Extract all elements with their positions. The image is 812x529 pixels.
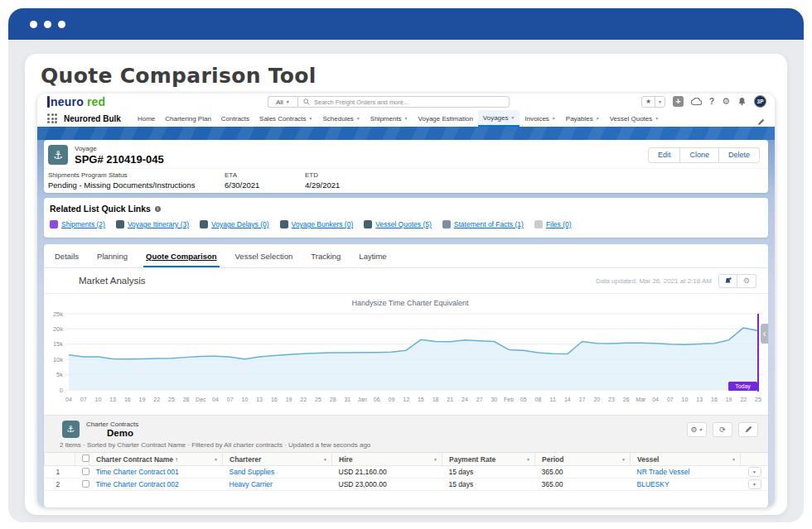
column-header-hire[interactable]: Hire▼ (332, 453, 442, 466)
period-cell: 365.00 (535, 479, 631, 491)
row-checkbox[interactable] (75, 479, 89, 491)
svg-text:06: 06 (374, 397, 380, 402)
help-icon[interactable]: ? (709, 97, 714, 106)
svg-text:18: 18 (433, 397, 439, 402)
favorites-button[interactable]: ★▼ (641, 96, 665, 108)
column-header-charter-contract-name[interactable]: Charter Contract Name↑▼ (89, 453, 223, 466)
related-object-icon (116, 220, 124, 228)
nav-tab-payables[interactable]: Payables▼ (561, 110, 605, 127)
related-link[interactable]: Shipments (2) (50, 220, 105, 228)
column-header-charterer[interactable]: Charterer▼ (223, 453, 332, 466)
related-object-icon (200, 220, 208, 228)
related-link[interactable]: Statement of Facts (1) (442, 220, 524, 228)
brand-first: neuro (51, 95, 84, 108)
svg-text:13: 13 (696, 397, 703, 402)
period-cell: 365.00 (535, 466, 631, 479)
contract-name-link[interactable]: Time Charter Contract 001 (89, 466, 223, 479)
org-icon[interactable] (691, 98, 702, 106)
app-screenshot: neuro red All ▼ Search Freight Orders an… (37, 94, 775, 507)
brand-second: red (87, 95, 105, 108)
select-all-checkbox[interactable] (75, 453, 89, 466)
tab-details[interactable]: Details (46, 244, 88, 267)
nav-tab-sales-contracts[interactable]: Sales Contracts▼ (254, 110, 317, 127)
notifications-bell-icon[interactable] (737, 97, 747, 106)
nav-tab-home[interactable]: Home (133, 110, 160, 127)
column-header-period[interactable]: Period▼ (535, 453, 631, 466)
charterer-link[interactable]: Sand Supplies (223, 466, 332, 479)
record-object-label: Voyage (75, 145, 648, 152)
star-icon: ★ (642, 97, 655, 107)
svg-text:31: 31 (344, 397, 350, 402)
avatar[interactable]: 3P (754, 95, 766, 108)
related-link[interactable]: Voyage Bunkers (0) (280, 220, 354, 228)
related-link[interactable]: Files (0) (534, 220, 572, 228)
svg-text:Dec: Dec (196, 397, 206, 402)
setup-gear-icon[interactable]: ⚙ (722, 96, 730, 107)
chart-settings-button[interactable]: ⚙ (737, 274, 756, 288)
window-dot[interactable] (44, 21, 51, 28)
nav-tab-vessel-quotes[interactable]: Vessel Quotes▼ (605, 110, 665, 127)
svg-text:26: 26 (623, 397, 630, 402)
svg-text:20k: 20k (53, 325, 63, 333)
actions-column-header (741, 453, 769, 466)
related-link[interactable]: Voyage Delays (0) (200, 220, 268, 228)
related-link[interactable]: Voyage Itinerary (3) (116, 220, 189, 228)
window-dot[interactable] (58, 21, 65, 28)
clone-button[interactable]: Clone (680, 147, 719, 163)
nav-tab-voyage-estimation[interactable]: Voyage Estimation (413, 110, 478, 127)
sort-asc-icon: ↑ (175, 456, 178, 464)
nav-tab-shipments[interactable]: Shipments▼ (365, 110, 413, 127)
tab-vessel-selection[interactable]: Vessel Selection (226, 244, 302, 267)
charter-contracts-icon: ⚓ (62, 421, 80, 438)
column-header-payment-rate[interactable]: Payment Rate▼ (442, 453, 535, 466)
row-number-header (45, 453, 75, 466)
svg-text:04: 04 (652, 397, 659, 402)
nav-tab-invoices[interactable]: Invoices▼ (520, 110, 560, 127)
row-checkbox[interactable] (75, 466, 89, 479)
chart-pan-handle[interactable]: ❮ (761, 324, 768, 344)
related-link[interactable]: Vessel Quotes (5) (364, 220, 432, 228)
payment-rate-cell: 15 days (442, 466, 535, 479)
charter-list-object-label: Charter Contracts (86, 421, 687, 428)
edit-list-pencil-button[interactable] (738, 422, 758, 437)
vessel-link[interactable]: NR Trade Vessel (631, 466, 741, 479)
svg-text:22: 22 (300, 397, 307, 402)
row-actions-cell: ▼ (741, 466, 769, 479)
vessel-link[interactable]: BLUESKY (631, 479, 741, 491)
nav-tab-schedules[interactable]: Schedules▼ (318, 110, 365, 127)
window-dot[interactable] (30, 21, 37, 28)
svg-text:15k: 15k (53, 340, 63, 348)
svg-text:10: 10 (682, 397, 689, 402)
row-actions-button[interactable]: ▼ (748, 479, 761, 489)
nav-tab-contracts[interactable]: Contracts (216, 110, 254, 127)
edit-button[interactable]: Edit (648, 147, 681, 163)
nav-tab-chartering-plan[interactable]: Chartering Plan (160, 110, 216, 127)
app-nav-bar: Neurored Bulk HomeChartering PlanContrac… (37, 110, 775, 127)
search-input[interactable]: Search Freight Orders and more... (297, 96, 510, 108)
quick-create-button[interactable]: + (673, 96, 684, 107)
svg-text:22: 22 (740, 397, 747, 402)
search-scope-select[interactable]: All ▼ (268, 96, 297, 108)
list-settings-button[interactable]: ⚙▼ (687, 422, 707, 437)
delete-button[interactable]: Delete (719, 147, 760, 163)
contract-name-link[interactable]: Time Charter Contract 002 (89, 479, 223, 491)
svg-text:13: 13 (109, 397, 116, 402)
charterer-link[interactable]: Heavy Carrier (223, 479, 332, 491)
content-card: Quote Comparison Tool neuro red All ▼ Se… (25, 54, 787, 515)
svg-text:Mar: Mar (636, 397, 646, 402)
subscribe-bell-button[interactable] (718, 274, 737, 288)
tab-laytime[interactable]: Laytime (350, 244, 395, 267)
tab-tracking[interactable]: Tracking (302, 244, 350, 267)
svg-text:17: 17 (579, 397, 586, 402)
chart-canvas[interactable]: 25k20k15k10k5k0040710131619222528Dec0407… (52, 309, 766, 411)
nav-tab-voyages[interactable]: Voyages▼ (478, 110, 520, 127)
record-actions: EditCloneDelete (648, 147, 760, 163)
refresh-button[interactable]: ⟳ (713, 422, 732, 437)
column-header-vessel[interactable]: Vessel▼ (631, 453, 741, 466)
row-number: 2 (45, 479, 75, 491)
svg-text:13: 13 (256, 397, 263, 402)
row-actions-button[interactable]: ▼ (748, 467, 761, 477)
tab-quote-comparison[interactable]: Quote Comparison (137, 244, 226, 267)
tab-planning[interactable]: Planning (88, 244, 137, 267)
app-launcher-icon[interactable] (47, 113, 57, 123)
